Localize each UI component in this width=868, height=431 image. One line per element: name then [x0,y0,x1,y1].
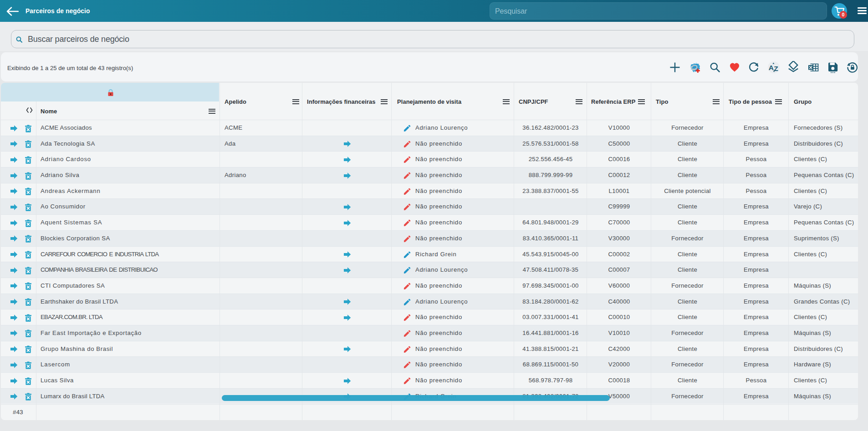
svg-text:A: A [769,64,774,71]
